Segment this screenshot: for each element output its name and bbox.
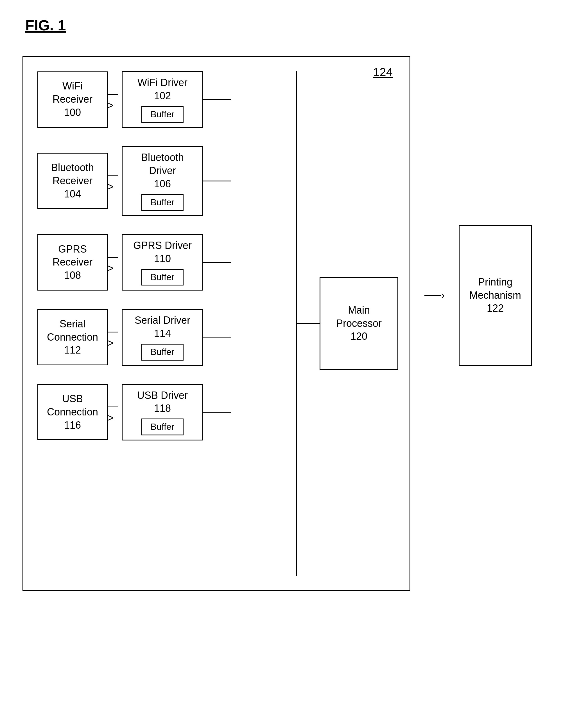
printing-mechanism-box: Printing Mechanism 122 [459, 225, 532, 366]
wifi-receiver-label: WiFi Receiver 100 [52, 80, 92, 119]
wifi-receiver-box: WiFi Receiver 100 [37, 72, 108, 128]
gprs-receiver-label: GPRS Receiver 108 [52, 243, 92, 282]
usb-driver-box: USB Driver 118 Buffer [122, 384, 203, 440]
arrow-serial: —> [108, 325, 122, 349]
bluetooth-receiver-box: Bluetooth Receiver 104 [37, 153, 108, 209]
figure-title: FIG. 1 [25, 17, 566, 34]
connector-line-outer [424, 295, 441, 296]
gprs-driver-box: GPRS Driver 110 Buffer [122, 234, 203, 290]
arrow-wifi: —> [108, 88, 122, 112]
serial-driver-label: Serial Driver 114 [134, 314, 190, 340]
bluetooth-buffer-box: Buffer [141, 194, 184, 211]
page-wrapper: FIG. 1 124 WiFi Receiver 100 —> WiFi Dri… [22, 17, 566, 591]
serial-row: Serial Connection 112 —> Serial Driver 1… [37, 309, 296, 365]
bluetooth-connector [203, 181, 231, 181]
wifi-driver-label: WiFi Driver 102 [138, 76, 187, 103]
usb-driver-label: USB Driver 118 [137, 389, 188, 416]
bluetooth-receiver-label: Bluetooth Receiver 104 [51, 161, 94, 201]
wifi-row: WiFi Receiver 100 —> WiFi Driver 102 Buf… [37, 71, 296, 128]
gprs-buffer-box: Buffer [141, 269, 184, 286]
rows-wrapper: WiFi Receiver 100 —> WiFi Driver 102 Buf… [37, 71, 398, 576]
gprs-row: GPRS Receiver 108 —> GPRS Driver 110 Buf… [37, 234, 296, 290]
arrow-gprs: —> [108, 250, 122, 274]
usb-row: USB Connection 116 —> USB Driver 118 Buf… [37, 384, 296, 440]
usb-buffer-box: Buffer [141, 419, 184, 435]
bus-and-processor: Main Processor 120 [296, 71, 398, 576]
main-processor-label: Main Processor 120 [336, 304, 382, 343]
arrow-bluetooth: —> [108, 169, 122, 193]
serial-buffer-box: Buffer [141, 344, 184, 361]
wifi-connector [203, 99, 231, 100]
processor-to-printing-connector: › [424, 289, 445, 301]
wifi-driver-box: WiFi Driver 102 Buffer [122, 71, 203, 128]
left-rows: WiFi Receiver 100 —> WiFi Driver 102 Buf… [37, 71, 296, 576]
gprs-receiver-box: GPRS Receiver 108 [37, 234, 108, 290]
bluetooth-driver-box: Bluetooth Driver 106 Buffer [122, 146, 203, 216]
serial-connector [203, 337, 231, 338]
usb-connection-label: USB Connection 116 [47, 393, 98, 432]
serial-driver-box: Serial Driver 114 Buffer [122, 309, 203, 365]
usb-connection-box: USB Connection 116 [37, 384, 108, 440]
main-system-box: 124 WiFi Receiver 100 —> WiFi Driver 102 [22, 56, 411, 591]
bluetooth-row: Bluetooth Receiver 104 —> Bluetooth Driv… [37, 146, 296, 216]
printing-mechanism-label: Printing Mechanism 122 [469, 276, 521, 315]
bluetooth-driver-label: Bluetooth Driver 106 [141, 151, 184, 190]
serial-connection-label: Serial Connection 112 [47, 318, 98, 357]
usb-connector [203, 412, 231, 413]
arrow-right-outer: › [441, 289, 445, 301]
gprs-driver-label: GPRS Driver 110 [133, 239, 192, 265]
diagram-area: 124 WiFi Receiver 100 —> WiFi Driver 102 [22, 56, 566, 591]
serial-connection-box: Serial Connection 112 [37, 309, 108, 365]
bus-to-processor-connector [297, 323, 320, 324]
main-processor-box: Main Processor 120 [320, 277, 398, 370]
wifi-buffer-box: Buffer [141, 106, 184, 123]
gprs-connector [203, 262, 231, 263]
arrow-usb: —> [108, 400, 122, 424]
